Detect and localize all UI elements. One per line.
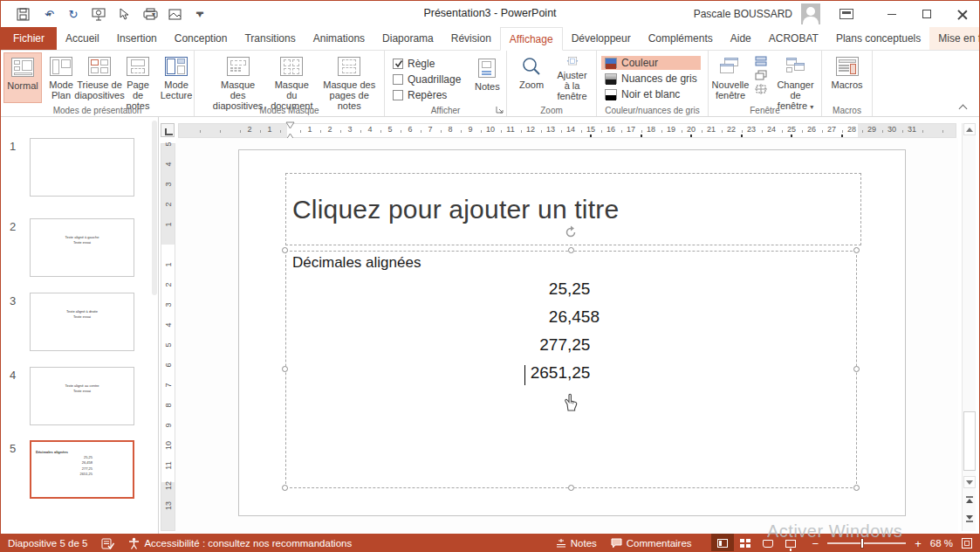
checkbox-règle[interactable]: Règle [389, 57, 464, 71]
zoom-button[interactable]: Zoom [512, 52, 551, 103]
slide-indicator[interactable]: Diapositive 5 de 5 [1, 534, 94, 552]
ruler-number: 7 [164, 380, 173, 391]
slide-thumbnail-4[interactable]: Texte aligné au centreTexte essai [30, 367, 134, 425]
slide-editing-surface[interactable]: Cliquez pour ajouter un titre Décimales … [238, 149, 906, 516]
selection-handle[interactable] [568, 247, 574, 253]
scroll-up-icon[interactable] [963, 123, 976, 135]
notes-page-button[interactable]: Page de notes [119, 52, 157, 103]
slide-thumbnail-2[interactable]: Texte aligné à gaucheTexte essai [30, 218, 134, 277]
ruler-tick [320, 130, 321, 133]
normal-view-button[interactable]: Normal [3, 52, 42, 103]
selection-handle[interactable] [853, 366, 860, 372]
arrange-all-icon[interactable] [751, 55, 771, 67]
user-name[interactable]: Pascale BOUSSARD [694, 8, 792, 20]
tab-animations[interactable]: Animations [305, 27, 373, 50]
scrollbar-thumb[interactable] [963, 411, 976, 471]
decimal-number-line: 26,458 [394, 307, 600, 327]
slide-sorter-toggle[interactable] [734, 534, 757, 552]
scroll-down-icon[interactable] [963, 476, 976, 488]
zoom-slider[interactable] [827, 542, 906, 544]
selection-handle[interactable] [282, 247, 288, 253]
tab-transitions[interactable]: Transitions [236, 27, 304, 50]
selection-handle[interactable] [282, 366, 288, 372]
comments-toggle[interactable]: Commentaires [604, 534, 699, 552]
tab-diaporama[interactable]: Diaporama [373, 27, 442, 50]
tab-accueil[interactable]: Accueil [57, 27, 108, 50]
slide-thumbnail-panel: 12Texte aligné à gaucheTexte essai3Texte… [1, 117, 159, 534]
tab-d-veloppeur[interactable]: Développeur [563, 27, 640, 50]
checkbox-quadrillage[interactable]: Quadrillage [389, 72, 464, 86]
tab-affichage[interactable]: Affichage [500, 27, 563, 51]
tab-plans-conceptuels[interactable]: Plans conceptuels [827, 27, 929, 50]
tab-r-vision[interactable]: Révision [442, 27, 500, 50]
selection-handle[interactable] [853, 247, 860, 253]
slide-thumbnail-1[interactable] [30, 138, 134, 197]
slide-master-button[interactable]: Masque des diapositives [209, 52, 266, 103]
fit-to-window-button[interactable]: Ajuster à la fenêtre [551, 52, 593, 103]
color-mode-noir-et-blanc[interactable]: Noir et blanc [601, 87, 701, 101]
move-split-icon[interactable] [751, 83, 771, 95]
macros-button[interactable]: Macros [827, 52, 866, 103]
previous-slide-icon[interactable] [963, 493, 976, 506]
accessibility-status[interactable]: Accessibilité : consultez nos recommanda… [121, 534, 359, 552]
main-area: 12Texte aligné à gaucheTexte essai3Texte… [1, 117, 980, 534]
tab-conception[interactable]: Conception [166, 27, 236, 50]
tab-insertion[interactable]: Insertion [108, 27, 166, 50]
reading-view-button[interactable]: Mode Lecture [157, 52, 195, 103]
tab-selector-button[interactable] [161, 123, 175, 137]
tab-aide[interactable]: Aide [722, 27, 760, 50]
ruler-number: 21 [705, 125, 717, 134]
zoom-in-icon[interactable]: + [913, 537, 923, 550]
ruler-tick [661, 130, 662, 133]
tab-fichier[interactable]: Fichier [1, 27, 57, 50]
slide-sorter-button[interactable]: Trieuse de diapositives [80, 52, 119, 103]
group-macros: Macros Macros [822, 51, 873, 116]
slide-thumbnail-5[interactable]: Décimales alignées25,2526,458277,252651,… [30, 440, 134, 499]
switch-window-button[interactable]: Changer de fenêtre ▾ [772, 52, 819, 103]
close-button[interactable] [944, 1, 979, 27]
ruler-number: 28 [846, 125, 858, 134]
vertical-scrollbar[interactable] [962, 123, 976, 531]
slide-thumbnail-3[interactable]: Texte aligné à droiteTexte essai [30, 293, 134, 351]
fit-slide-to-window-icon[interactable] [962, 538, 972, 549]
ruler-number: 25 [785, 125, 798, 134]
ruler-tick [541, 130, 542, 133]
maximize-button[interactable] [909, 1, 944, 27]
group-color-grayscale: CouleurNuances de grisNoir et blanc Coul… [597, 51, 709, 116]
horizontal-ruler[interactable]: 2112345678910111213141516171819202122232… [178, 123, 956, 138]
ruler-number: 9 [464, 125, 476, 134]
notes-master-button[interactable]: Masque des pages de notes [317, 52, 381, 103]
thumbnail-scrollbar[interactable] [152, 121, 157, 295]
tab-acrobat[interactable]: ACROBAT [760, 27, 827, 50]
color-mode-nuances-de-gris[interactable]: Nuances de gris [601, 72, 701, 86]
ruler-tick [862, 130, 863, 133]
vertical-ruler[interactable]: 5432112345678910111213 [161, 143, 175, 531]
next-slide-icon[interactable] [963, 513, 976, 525]
ruler-number: 23 [745, 125, 757, 134]
collapse-ribbon-icon[interactable] [960, 106, 969, 113]
new-window-button[interactable]: Nouvelle fenêtre [711, 52, 750, 103]
ruler-tick [902, 130, 903, 133]
ruler-number: 18 [645, 125, 657, 134]
rotate-handle-icon[interactable] [564, 225, 576, 238]
handout-master-button[interactable]: Masque du document [266, 52, 317, 103]
notes-toggle[interactable]: Notes [549, 534, 604, 552]
zoom-level[interactable]: 68 % [930, 538, 953, 549]
ribbon-display-options-icon[interactable] [840, 9, 853, 19]
selection-handle[interactable] [282, 485, 288, 491]
selection-handle[interactable] [568, 485, 574, 491]
avatar[interactable] [801, 3, 820, 24]
cascade-icon[interactable] [751, 69, 771, 81]
notes-button[interactable]: Notes [468, 54, 506, 105]
tab-mise-en-forme[interactable]: Mise en forme [929, 27, 980, 50]
selection-handle[interactable] [853, 485, 860, 491]
spellcheck-icon[interactable] [94, 534, 121, 552]
ruler-number: 20 [685, 125, 697, 134]
tab-compl-ments[interactable]: Compléments [640, 27, 722, 50]
ruler-tick [842, 130, 843, 133]
normal-view-toggle[interactable] [711, 534, 734, 552]
checkbox-repères[interactable]: Repères [389, 88, 464, 102]
minimize-button[interactable] [874, 1, 909, 27]
ruler-tick [942, 130, 943, 133]
color-mode-couleur[interactable]: Couleur [601, 56, 701, 70]
